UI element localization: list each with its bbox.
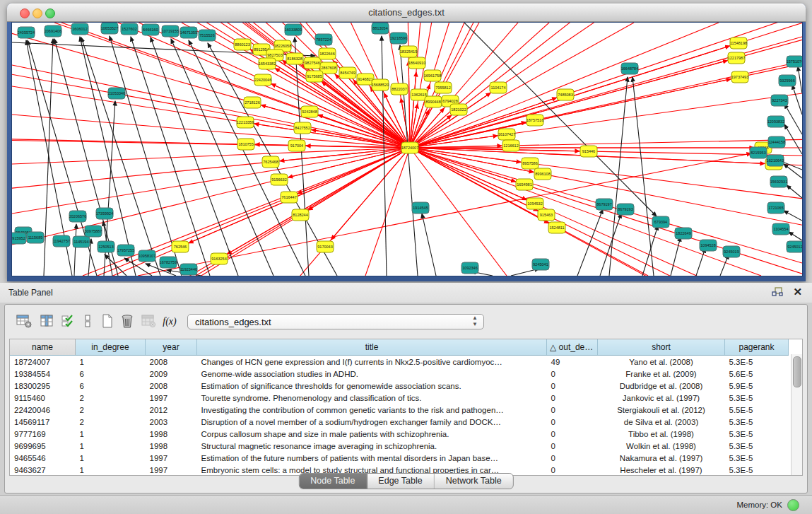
graph-node[interactable]: 8813054: [372, 23, 389, 34]
graph-node[interactable]: 1821022: [450, 104, 467, 115]
graph-node[interactable]: 1822646: [319, 48, 336, 59]
graph-node[interactable]: 1092346: [461, 262, 478, 274]
column-header-year[interactable]: year: [146, 339, 197, 356]
table-row[interactable]: 969969511998Structural magnetic resonanc…: [10, 440, 789, 452]
graph-node[interactable]: 1094528: [700, 240, 717, 251]
table-row[interactable]: 946554611997Estimation of the future num…: [10, 452, 789, 464]
clear-selection-button[interactable]: [78, 313, 97, 331]
graph-node[interactable]: 679394: [652, 216, 669, 228]
delete-column-button[interactable]: [118, 313, 136, 331]
graph-node[interactable]: 9245041: [532, 259, 549, 270]
graph-node[interactable]: 15751074: [787, 56, 802, 67]
graph-node[interactable]: 17359924: [96, 208, 113, 219]
create-column-button[interactable]: [98, 313, 117, 331]
window-titlebar[interactable]: citations_edges.txt: [7, 4, 806, 22]
graph-node[interactable]: 9245019: [723, 246, 740, 257]
graph-node[interactable]: 1606012: [71, 23, 88, 35]
graph-node[interactable]: 30975887: [85, 226, 102, 237]
graph-node[interactable]: 20691406: [45, 25, 61, 37]
graph-node[interactable]: 21053346: [108, 88, 125, 99]
show-columns-button[interactable]: [37, 313, 56, 331]
graph-node[interactable]: 18640910: [408, 57, 425, 69]
graph-node[interactable]: 16961758: [424, 70, 441, 81]
graph-node[interactable]: 16210643: [767, 155, 784, 166]
graph-node[interactable]: 1721065: [767, 202, 784, 214]
memory-status-indicator[interactable]: [787, 499, 799, 511]
function-builder-button[interactable]: f(x): [160, 313, 179, 331]
graph-node[interactable]: 17957255: [117, 245, 134, 256]
graph-node[interactable]: 8128244: [292, 209, 309, 221]
select-rows-button[interactable]: [59, 313, 77, 331]
graph-node[interactable]: 11923446: [180, 264, 197, 275]
graph-node[interactable]: 8860123: [234, 39, 251, 50]
column-header-pagerank[interactable]: pagerank: [725, 339, 789, 356]
tab-node-table[interactable]: Node Table: [299, 474, 367, 489]
graph-node[interactable]: 16033809: [285, 24, 302, 35]
graph-node[interactable]: 24055724: [18, 27, 35, 38]
graph-node[interactable]: 1145194: [73, 236, 90, 247]
graph-node[interactable]: 9329966: [779, 75, 796, 86]
graph-node[interactable]: 8990448: [425, 96, 442, 107]
table-row[interactable]: 1938455462009Genome-wide association stu…: [10, 368, 789, 380]
graph-node[interactable]: 7485083: [557, 89, 574, 100]
graph-node[interactable]: 7515526: [199, 30, 216, 41]
graph-node[interactable]: 1216612: [502, 140, 519, 151]
graph-node[interactable]: 9170043: [317, 241, 334, 252]
graph-node[interactable]: 9245012: [787, 241, 802, 252]
graph-node[interactable]: 9175685: [306, 71, 323, 82]
graph-node[interactable]: 1654981: [516, 179, 533, 190]
graph-node[interactable]: 9827546: [304, 57, 321, 69]
graph-node[interactable]: 1094532: [526, 198, 543, 209]
graph-node[interactable]: 915446: [580, 146, 597, 157]
table-mode-button[interactable]: [15, 313, 33, 331]
tab-network-table[interactable]: Network Table: [435, 474, 513, 489]
graph-node[interactable]: 8822037: [391, 83, 408, 95]
network-canvas[interactable]: 8860123891295418226058982750316543382818…: [11, 22, 803, 276]
table-row[interactable]: 2242004622012Investigating the contribut…: [10, 404, 789, 416]
graph-node[interactable]: 762546: [172, 241, 189, 252]
graph-node[interactable]: 8186328: [286, 53, 303, 64]
column-header-short[interactable]: short: [598, 339, 725, 356]
graph-node[interactable]: 12213359: [237, 117, 254, 128]
tab-edge-table[interactable]: Edge Table: [367, 474, 434, 489]
graph-node[interactable]: 8454749: [339, 67, 356, 78]
graph-node[interactable]: 18724007: [401, 142, 418, 153]
graph-node[interactable]: 8996108: [534, 168, 551, 180]
graph-node[interactable]: 16107427: [498, 129, 515, 140]
graph-node[interactable]: 1810755: [237, 139, 254, 150]
graph-node[interactable]: 16648784: [621, 63, 638, 74]
table-row[interactable]: 1830029562008Estimation of significance …: [10, 380, 789, 392]
graph-node[interactable]: 7857224: [315, 34, 332, 45]
graph-node[interactable]: 11548198: [730, 37, 747, 49]
graph-node[interactable]: 16782759: [160, 257, 177, 268]
graph-node[interactable]: 10719155: [162, 25, 179, 37]
graph-node[interactable]: 7625468: [262, 156, 279, 168]
graph-node[interactable]: 12217987: [728, 52, 745, 64]
graph-node[interactable]: 917004: [288, 140, 305, 151]
graph-node[interactable]: 8679197: [596, 199, 613, 210]
table-row[interactable]: 1872400712008Changes of HCN gene express…: [10, 356, 789, 368]
column-header-out_de[interactable]: △ out_de…: [547, 339, 598, 356]
table-row[interactable]: 977716911998Corpus callosum shape and si…: [10, 428, 789, 440]
graph-node[interactable]: 9163254: [211, 253, 228, 264]
graph-node[interactable]: 1104174: [490, 82, 507, 93]
graph-node[interactable]: 8215953: [750, 147, 767, 158]
graph-node[interactable]: 10958107: [139, 250, 155, 262]
graph-node[interactable]: 19737493: [731, 71, 748, 83]
graph-node[interactable]: 8957586: [522, 158, 539, 169]
graph-node[interactable]: 8679193: [617, 204, 634, 215]
graph-node[interactable]: 1250513: [98, 241, 114, 252]
graph-node[interactable]: 12093832: [767, 116, 784, 127]
graph-node[interactable]: 1527602: [121, 23, 138, 35]
graph-node[interactable]: 20206576: [69, 211, 86, 222]
graph-node[interactable]: 19218596: [390, 33, 407, 44]
graph-node[interactable]: 3915952: [12, 233, 26, 244]
column-header-title[interactable]: title: [197, 339, 547, 356]
graph-node[interactable]: 6466160: [142, 24, 159, 35]
graph-node[interactable]: 18325419: [400, 46, 417, 57]
column-header-in_degree[interactable]: in_degree: [76, 339, 146, 356]
graph-node[interactable]: 9242848: [301, 106, 318, 117]
graph-node[interactable]: 9156632: [271, 174, 288, 185]
table-row[interactable]: 911546021997Tourette syndrome. Phenomeno…: [10, 392, 789, 404]
graph-node[interactable]: 16543382: [259, 58, 276, 69]
